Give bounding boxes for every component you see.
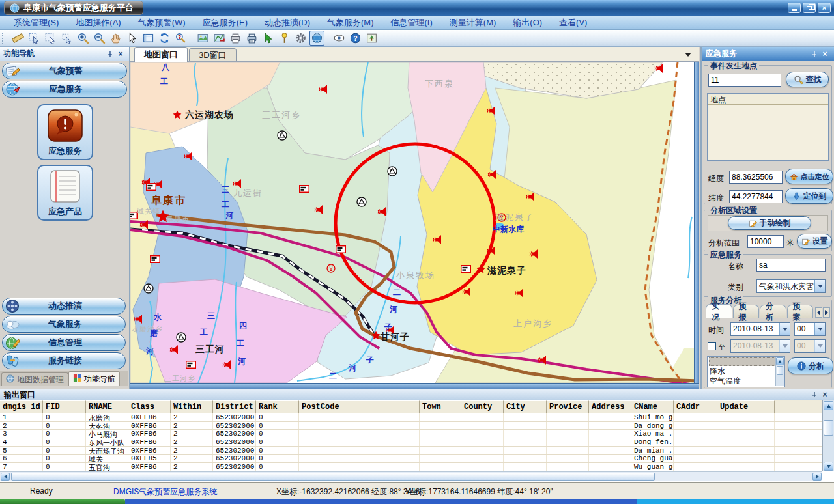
scroll-up-icon[interactable]: [824, 401, 833, 410]
table-row[interactable]: 10水磨沟0XFF8626523020000Shui mo gou: [0, 413, 822, 422]
search-input[interactable]: [708, 74, 781, 87]
settings-gear-icon[interactable]: [293, 31, 308, 46]
station-flag-marker[interactable]: [186, 361, 196, 369]
export-image-icon[interactable]: [195, 31, 210, 46]
scene-image-icon[interactable]: [364, 31, 379, 46]
sidebar-item-气象预警[interactable]: 气象预警: [2, 63, 127, 79]
column-header-Rank[interactable]: Rank: [256, 400, 299, 413]
service-tab-实况[interactable]: 实况: [706, 304, 732, 318]
service-type-combo[interactable]: 气象和洪水灾害: [756, 279, 826, 293]
list-item[interactable]: 空气温度: [708, 376, 784, 386]
latitude-field[interactable]: [729, 190, 783, 203]
close-icon[interactable]: ×: [820, 390, 830, 399]
chevron-down-icon[interactable]: [814, 323, 825, 335]
manual-draw-button[interactable]: 手动绘制: [728, 216, 811, 230]
left-tab-1[interactable]: 功能导航: [68, 371, 120, 386]
pin-icon[interactable]: [105, 49, 115, 59]
scroll-up-icon[interactable]: [776, 357, 784, 365]
help-icon[interactable]: ?: [348, 31, 363, 46]
hour2-combo[interactable]: 00: [794, 339, 826, 353]
facility-marker[interactable]: [388, 167, 397, 176]
set-button[interactable]: 设置: [797, 234, 832, 249]
toolbar-grip[interactable]: [2, 33, 6, 44]
column-header-CAddr[interactable]: CAddr: [674, 400, 717, 413]
select-elements-icon[interactable]: [27, 31, 42, 46]
print-icon[interactable]: [228, 31, 243, 46]
range-field[interactable]: [747, 235, 784, 248]
print-preview-icon[interactable]: [244, 31, 259, 46]
locate-to-button[interactable]: 定位到: [785, 188, 833, 204]
column-header-Address[interactable]: Address: [589, 400, 631, 413]
chevron-down-icon[interactable]: [685, 53, 691, 57]
pointer-icon[interactable]: [124, 31, 139, 46]
scroll-down-icon[interactable]: [824, 462, 833, 471]
menu-item-0[interactable]: 系统管理(S): [5, 17, 67, 29]
service-name-field[interactable]: [756, 259, 826, 272]
sidebar-item-应急服务[interactable]: 应急服务: [2, 81, 127, 98]
column-header-Town[interactable]: Town: [420, 400, 461, 413]
pin-icon[interactable]: [809, 390, 820, 399]
map-canvas[interactable]: 六运湖农场三工河乡下西泉九运街阜康市城关镇阜康市滋泥泉子中新水库小泉牧场滋泥泉子…: [130, 62, 699, 383]
pin-icon[interactable]: [809, 49, 820, 59]
menu-item-7[interactable]: 测量计算(M): [441, 17, 505, 29]
column-header-RNAME[interactable]: RNAME: [86, 400, 128, 413]
find-button[interactable]: 查找: [786, 72, 829, 87]
column-header-dmgis_id[interactable]: dmgis_id: [0, 400, 43, 413]
tool-button-notepad[interactable]: 应急产品: [37, 165, 93, 221]
column-header-District[interactable]: District: [213, 400, 256, 413]
scroll-right-icon[interactable]: [812, 473, 822, 481]
menu-item-9[interactable]: 查看(V): [551, 17, 596, 29]
to-checkbox[interactable]: [708, 342, 716, 350]
full-extent-icon[interactable]: [141, 31, 156, 46]
scroll-left-icon[interactable]: [1, 473, 10, 481]
sidebar-item-信息管理[interactable]: 信息管理: [2, 334, 126, 351]
click-locate-button[interactable]: 点击定位: [785, 169, 833, 184]
visibility-eye-icon[interactable]: [332, 31, 347, 46]
map-tab-0[interactable]: 地图窗口: [134, 47, 188, 62]
close-icon[interactable]: ×: [820, 49, 830, 59]
service-tab-预案[interactable]: 预案: [787, 305, 814, 318]
table-row[interactable]: 50大面场子沟0XFF8626523020000Da mian ...: [0, 447, 822, 455]
station-flag-marker[interactable]: [151, 256, 160, 263]
list-scrollbar[interactable]: [775, 357, 784, 386]
station-flag-marker[interactable]: [130, 212, 137, 219]
sidebar-item-动态推演[interactable]: 动态推演: [2, 298, 126, 315]
map-tab-1[interactable]: 3D窗口: [189, 48, 237, 61]
placemark-icon[interactable]: [277, 31, 292, 46]
facility-marker[interactable]: [177, 333, 186, 342]
station-flag-marker[interactable]: [336, 246, 346, 253]
export-map-icon[interactable]: [212, 31, 227, 46]
column-header-CName[interactable]: CName: [631, 400, 674, 413]
facility-marker[interactable]: [357, 197, 366, 206]
hour-combo[interactable]: 00: [794, 322, 826, 336]
identify-icon[interactable]: ?: [173, 31, 188, 46]
selected-item[interactable]: [709, 357, 783, 366]
zoom-out-icon[interactable]: [92, 31, 107, 46]
menu-item-4[interactable]: 动态推演(D): [256, 17, 319, 29]
ruler-icon[interactable]: [10, 31, 25, 46]
select-point-icon[interactable]: [59, 31, 74, 46]
station-flag-marker[interactable]: [147, 184, 156, 191]
column-header-Within[interactable]: Within: [171, 400, 213, 413]
restore-button[interactable]: [803, 3, 816, 13]
scroll-thumb[interactable]: [11, 473, 655, 481]
select-box-icon[interactable]: [43, 31, 58, 46]
minimize-button[interactable]: [788, 3, 801, 13]
close-button[interactable]: ×: [818, 3, 831, 13]
table-row[interactable]: 20大冬沟0XFF8626523020000Da dong gou: [0, 422, 822, 430]
column-header-PostCode[interactable]: PostCode: [299, 400, 420, 413]
sidebar-item-气象服务[interactable]: 气象服务: [2, 316, 126, 333]
column-header-Class[interactable]: Class: [128, 400, 171, 413]
left-tab-0[interactable]: 地图数据管理: [1, 372, 68, 386]
table-row[interactable]: 60城关0XFF8526523020000Cheng guan: [0, 455, 822, 463]
tool-button-alert[interactable]: 应急服务: [37, 104, 93, 160]
analyze-button[interactable]: 分析: [788, 357, 833, 374]
menu-item-1[interactable]: 地图操作(A): [67, 17, 129, 29]
taskbar-start-segment[interactable]: [0, 499, 125, 504]
close-icon[interactable]: ×: [115, 49, 126, 59]
column-header-FID[interactable]: FID: [43, 400, 86, 413]
list-item[interactable]: 降水: [708, 367, 784, 376]
go-pointer-icon[interactable]: [261, 31, 276, 46]
scroll-thumb[interactable]: [777, 366, 783, 375]
facility-marker[interactable]: [144, 284, 153, 293]
